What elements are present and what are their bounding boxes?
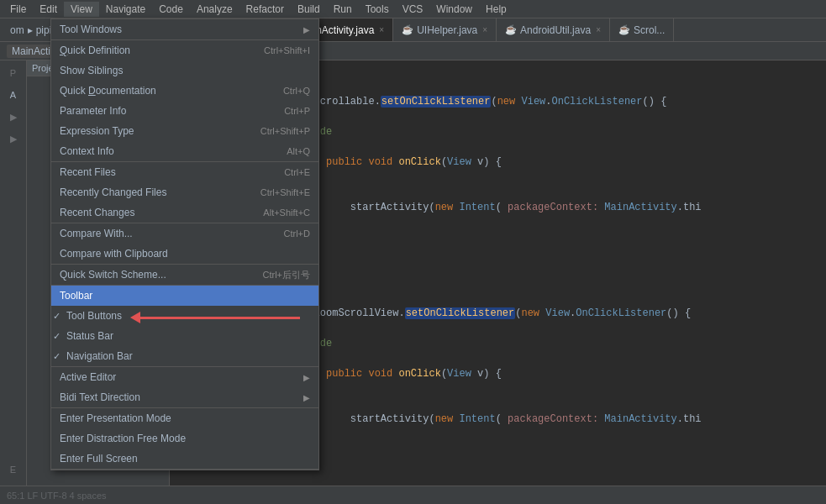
menu-item-full-screen[interactable]: Enter Full Screen [51,449,318,469]
status-bar: 65:1 LF UTF-8 4 spaces [0,486,826,504]
status-text: 65:1 LF UTF-8 4 spaces [7,491,107,501]
shortcut-quick-switch: Ctrl+后引号 [262,269,310,281]
menu-label-full-screen: Enter Full Screen [60,453,310,465]
menu-label-bidi-text: Bidi Text Direction [60,391,300,403]
menu-item-recent-changes[interactable]: Recent Changes Alt+Shift+C [51,202,318,223]
menu-label-compare-clipboard: Compare with Clipboard [60,248,310,260]
menu-item-status-bar[interactable]: ✓ Status Bar [51,326,318,346]
menu-section-presentation: Enter Presentation Mode Enter Distractio… [51,408,318,470]
menu-item-quick-definition[interactable]: Quick Definition Ctrl+Shift+I [51,40,318,60]
shortcut-context-info: Alt+Q [287,146,310,156]
menu-item-expression-type[interactable]: Expression Type Ctrl+Shift+P [51,121,318,141]
java-icon-4: ☕ [618,24,630,35]
menu-item-compare-with[interactable]: Compare With... Ctrl+D [51,223,318,244]
menu-item-recent-files[interactable]: Recent Files Ctrl+E [51,162,318,182]
menu-item-compare-clipboard[interactable]: Compare with Clipboard [51,244,318,264]
menu-label-presentation-mode: Enter Presentation Mode [60,412,310,424]
menu-refactor[interactable]: Refactor [239,2,291,17]
menu-build[interactable]: Build [291,2,327,17]
menu-item-presentation-mode[interactable]: Enter Presentation Mode [51,408,318,428]
menu-code[interactable]: Code [152,2,190,17]
menu-label-tool-windows: Tool Windows [60,24,300,35]
menu-vcs[interactable]: VCS [396,2,430,17]
menu-analyze[interactable]: Analyze [190,2,239,17]
arrow-left-tip-icon [130,312,140,323]
menu-bar: File Edit View Navigate Code Analyze Ref… [0,0,826,18]
menu-help[interactable]: Help [479,2,513,17]
menu-label-toolbar: Toolbar [60,290,310,302]
menu-view[interactable]: View [64,2,99,17]
arrow-line [140,317,300,319]
menu-label-show-siblings: Show Siblings [60,65,310,76]
menu-section-tool-windows: Tool Windows ▶ [51,19,318,40]
shortcut-quick-documentation: Ctrl+Q [283,86,310,96]
menu-file[interactable]: File [3,2,33,17]
menu-edit[interactable]: Edit [33,2,64,17]
menu-label-recent-changes: Recent Changes [60,207,246,218]
menu-navigate[interactable]: Navigate [99,2,152,17]
tab-close-androidutil[interactable]: × [596,25,601,34]
tab-androidutil-java[interactable]: ☕ AndroidUtil.java × [497,18,610,41]
sidebar-icon-3[interactable]: E [2,460,25,479]
sidebar: P A ▶ ▶ E C [0,60,27,504]
sidebar-project[interactable]: P [2,64,25,82]
menu-item-context-info[interactable]: Context Info Alt+Q [51,141,318,161]
submenu-arrow-active-editor-icon: ▶ [303,373,310,382]
submenu-arrow-icon: ▶ [303,25,310,34]
sidebar-icon-1[interactable]: ▶ [2,108,25,126]
menu-label-quick-switch: Quick Switch Scheme... [60,269,245,281]
submenu-arrow-bidi-icon: ▶ [303,393,310,402]
menu-item-toolbar[interactable]: Toolbar [51,286,318,306]
menu-label-expression-type: Expression Type [60,125,244,137]
menu-label-recently-changed: Recently Changed Files [60,186,244,198]
menu-section-quick: Quick Definition Ctrl+Shift+I Show Sibli… [51,40,318,162]
shortcut-parameter-info: Ctrl+P [284,106,310,116]
menu-item-quick-switch[interactable]: Quick Switch Scheme... Ctrl+后引号 [51,265,318,285]
menu-window[interactable]: Window [429,2,479,17]
tab-close-mainactivity[interactable]: × [379,25,384,34]
menu-run[interactable]: Run [327,2,359,17]
dropdown-menu-view: Tool Windows ▶ Quick Definition Ctrl+Shi… [50,18,319,470]
sidebar-project-active[interactable]: A [2,86,25,104]
java-icon-3: ☕ [505,24,517,35]
view-dropdown-menu: Tool Windows ▶ Quick Definition Ctrl+Shi… [50,18,319,470]
menu-label-recent-files: Recent Files [60,166,267,178]
menu-item-show-siblings[interactable]: Show Siblings [51,60,318,81]
menu-label-parameter-info: Parameter Info [60,105,267,117]
shortcut-recently-changed: Ctrl+Shift+E [260,187,310,197]
menu-label-quick-definition: Quick Definition [60,45,247,56]
shortcut-quick-definition: Ctrl+Shift+I [264,45,310,55]
sidebar-icon-2[interactable]: ▶ [2,129,25,148]
menu-section-bars: Toolbar ✓ Tool Buttons ✓ Status Bar ✓ Na… [51,286,318,367]
menu-section-compare: Compare With... Ctrl+D Compare with Clip… [51,223,318,265]
tab-close-uihelper[interactable]: × [482,25,487,34]
menu-label-status-bar: Status Bar [60,330,310,342]
menu-item-active-editor[interactable]: Active Editor ▶ [51,367,318,387]
shortcut-expression-type: Ctrl+Shift+P [260,126,310,136]
menu-label-context-info: Context Info [60,145,270,157]
menu-label-compare-with: Compare With... [60,228,267,239]
menu-label-distraction-free: Enter Distraction Free Mode [60,433,310,444]
menu-label-quick-documentation: Quick Documentation [60,85,266,97]
tab-uihelper-java[interactable]: ☕ UIHelper.java × [393,18,497,41]
toolbar-arrow-annotation [130,312,300,323]
menu-tools[interactable]: Tools [359,2,396,17]
menu-item-parameter-info[interactable]: Parameter Info Ctrl+P [51,101,318,121]
breadcrumb-om[interactable]: om [10,24,24,36]
menu-label-active-editor: Active Editor [60,371,300,383]
tab-scroll-java[interactable]: ☕ Scrol... [610,18,674,41]
menu-section-quick-switch: Quick Switch Scheme... Ctrl+后引号 [51,265,318,286]
menu-section-recent: Recent Files Ctrl+E Recently Changed Fil… [51,162,318,223]
shortcut-compare-with: Ctrl+D [284,228,310,239]
menu-item-quick-documentation[interactable]: Quick Documentation Ctrl+Q [51,81,318,101]
menu-section-editor: Active Editor ▶ Bidi Text Direction ▶ [51,367,318,408]
menu-item-bidi-text[interactable]: Bidi Text Direction ▶ [51,387,318,407]
menu-item-navigation-bar[interactable]: ✓ Navigation Bar [51,346,318,366]
java-icon-2: ☕ [402,24,413,35]
shortcut-recent-files: Ctrl+E [284,167,310,177]
menu-item-tool-windows[interactable]: Tool Windows ▶ [51,19,318,39]
menu-item-recently-changed[interactable]: Recently Changed Files Ctrl+Shift+E [51,182,318,202]
breadcrumb-pipi[interactable]: pipi [36,24,52,36]
menu-item-distraction-free[interactable]: Enter Distraction Free Mode [51,428,318,449]
menu-label-navigation-bar: Navigation Bar [60,350,310,362]
